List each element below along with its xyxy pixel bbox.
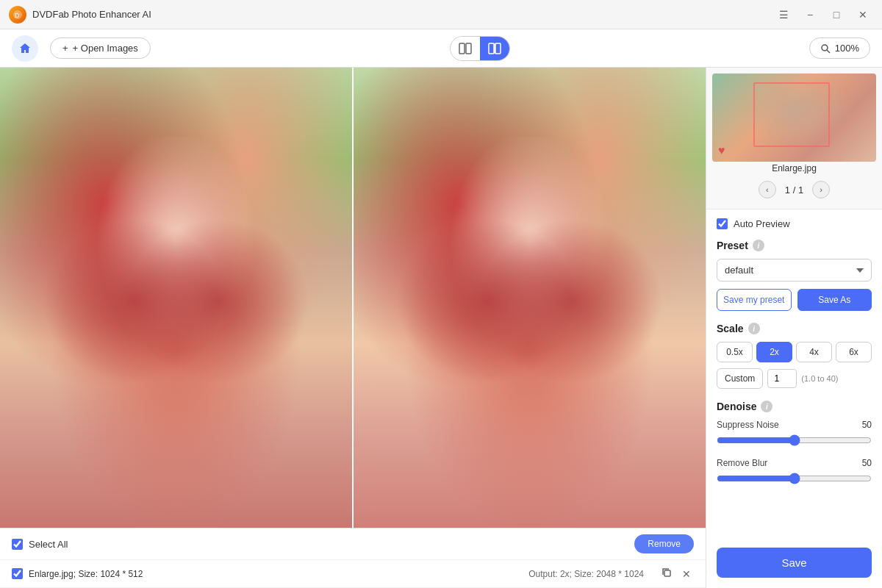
maximize-button[interactable]: □ bbox=[826, 4, 847, 25]
svg-point-7 bbox=[822, 45, 828, 51]
preset-section: Preset i default portrait landscape cust… bbox=[717, 240, 872, 311]
thumbnail-area: ♥ Enlarge.jpg ‹ 1 / 1 › bbox=[706, 68, 882, 209]
auto-preview-label: Auto Preview bbox=[734, 218, 790, 229]
save-button[interactable]: Save bbox=[717, 548, 872, 578]
prev-image-button[interactable]: ‹ bbox=[759, 181, 776, 198]
plus-icon: + bbox=[62, 43, 68, 54]
svg-rect-3 bbox=[466, 43, 471, 54]
menu-button[interactable]: ☰ bbox=[773, 4, 794, 25]
scale-buttons: 0.5x 2x 4x 6x bbox=[717, 342, 872, 362]
grid-view-button[interactable] bbox=[480, 37, 509, 60]
select-all-label: Select All bbox=[29, 539, 628, 550]
app-logo: D bbox=[9, 6, 26, 24]
svg-text:D: D bbox=[15, 12, 20, 19]
enhanced-image-panel bbox=[354, 68, 706, 528]
image-divider bbox=[352, 68, 354, 528]
copy-button[interactable] bbox=[659, 566, 675, 581]
denoise-title: Denoise i bbox=[717, 401, 872, 412]
next-image-button[interactable]: › bbox=[812, 181, 830, 198]
remove-blur-row: Remove Blur 50 bbox=[717, 458, 872, 487]
suppress-noise-value: 50 bbox=[862, 420, 872, 430]
title-bar-controls: ☰ − □ ✕ bbox=[773, 4, 873, 25]
image-counter: 1 / 1 bbox=[785, 184, 803, 196]
denoise-section: Denoise i Suppress Noise 50 Remove Blur … bbox=[717, 401, 872, 487]
file-list-area: Select All Remove Enlarge.jpg; Size: 102… bbox=[0, 528, 706, 588]
zoom-button[interactable]: 100% bbox=[809, 37, 870, 59]
zoom-level: 100% bbox=[835, 43, 859, 54]
preset-title: Preset i bbox=[717, 240, 872, 251]
denoise-info-icon[interactable]: i bbox=[761, 401, 772, 412]
table-row: Enlarge.jpg; Size: 1024 * 512 Output: 2x… bbox=[0, 560, 706, 588]
thumbnail-nav: ‹ 1 / 1 › bbox=[712, 176, 876, 203]
svg-line-8 bbox=[827, 50, 830, 53]
open-images-label: + Open Images bbox=[73, 43, 138, 54]
thumbnail-filename: Enlarge.jpg bbox=[712, 162, 876, 176]
remove-button[interactable]: Remove bbox=[634, 534, 694, 553]
title-bar: D DVDFab Photo Enhancer AI ☰ − □ ✕ bbox=[0, 0, 882, 29]
main-layout: Select All Remove Enlarge.jpg; Size: 102… bbox=[0, 68, 882, 588]
suppress-noise-label: Suppress Noise bbox=[717, 420, 779, 430]
file-output: Output: 2x; Size: 2048 * 1024 bbox=[528, 569, 644, 579]
custom-scale-range: (1.0 to 40) bbox=[801, 374, 838, 383]
original-image-panel bbox=[0, 68, 352, 528]
heart-icon: ♥ bbox=[718, 144, 725, 157]
suppress-noise-row: Suppress Noise 50 bbox=[717, 420, 872, 449]
image-container bbox=[0, 68, 706, 528]
close-button[interactable]: ✕ bbox=[853, 4, 873, 25]
scale-section: Scale i 0.5x 2x 4x 6x Custom (1.0 to 40) bbox=[717, 323, 872, 389]
auto-preview-checkbox[interactable] bbox=[717, 218, 728, 229]
save-as-button[interactable]: Save As bbox=[797, 289, 872, 311]
scale-6x-button[interactable]: 6x bbox=[836, 342, 872, 362]
suppress-noise-slider[interactable] bbox=[717, 434, 872, 446]
custom-scale-input[interactable] bbox=[767, 369, 797, 388]
scale-info-icon[interactable]: i bbox=[748, 323, 760, 334]
svg-rect-2 bbox=[459, 43, 465, 54]
delete-file-button[interactable]: ✕ bbox=[679, 566, 694, 581]
remove-blur-label-row: Remove Blur 50 bbox=[717, 458, 872, 468]
custom-scale-row: Custom (1.0 to 40) bbox=[717, 368, 872, 389]
image-area: Select All Remove Enlarge.jpg; Size: 102… bbox=[0, 68, 706, 588]
minimize-button[interactable]: − bbox=[800, 4, 820, 25]
scale-label: Scale bbox=[717, 323, 744, 334]
svg-rect-9 bbox=[664, 570, 670, 576]
denoise-label: Denoise bbox=[717, 401, 756, 412]
preset-buttons: Save my preset Save As bbox=[717, 289, 872, 311]
remove-blur-slider[interactable] bbox=[717, 473, 872, 484]
thumbnail-image: ♥ bbox=[712, 74, 876, 162]
settings-panel: Auto Preview Preset i default portrait l… bbox=[706, 209, 882, 548]
split-view-button[interactable] bbox=[451, 37, 480, 60]
file-name: Enlarge.jpg; Size: 1024 * 512 bbox=[29, 569, 143, 579]
scale-0-5x-button[interactable]: 0.5x bbox=[717, 342, 753, 362]
app-title: DVDFab Photo Enhancer AI bbox=[32, 9, 151, 20]
select-all-row: Select All Remove bbox=[0, 528, 706, 560]
file-actions: ✕ bbox=[659, 566, 694, 581]
preset-select[interactable]: default portrait landscape custom bbox=[717, 259, 872, 282]
title-bar-left: D DVDFab Photo Enhancer AI bbox=[9, 6, 151, 24]
toolbar: + + Open Images 100% bbox=[0, 29, 882, 68]
file-checkbox[interactable] bbox=[12, 568, 23, 579]
home-button[interactable] bbox=[12, 35, 38, 62]
right-panel: ♥ Enlarge.jpg ‹ 1 / 1 › Auto Preview Pre… bbox=[706, 68, 882, 588]
svg-rect-6 bbox=[495, 43, 501, 54]
scale-2x-button[interactable]: 2x bbox=[756, 342, 792, 362]
suppress-noise-label-row: Suppress Noise 50 bbox=[717, 420, 872, 430]
select-all-checkbox[interactable] bbox=[12, 539, 23, 550]
open-images-button[interactable]: + + Open Images bbox=[50, 37, 151, 59]
scale-title: Scale i bbox=[717, 323, 872, 334]
remove-blur-label: Remove Blur bbox=[717, 458, 767, 468]
custom-scale-button[interactable]: Custom bbox=[717, 368, 763, 389]
svg-rect-4 bbox=[489, 43, 494, 54]
remove-blur-value: 50 bbox=[862, 458, 872, 468]
save-my-preset-button[interactable]: Save my preset bbox=[717, 289, 792, 311]
preset-label: Preset bbox=[717, 240, 748, 251]
view-toggle bbox=[450, 36, 510, 61]
scale-4x-button[interactable]: 4x bbox=[796, 342, 832, 362]
thumb-photo bbox=[712, 74, 876, 162]
preset-info-icon[interactable]: i bbox=[753, 240, 764, 251]
auto-preview-row: Auto Preview bbox=[717, 218, 872, 229]
